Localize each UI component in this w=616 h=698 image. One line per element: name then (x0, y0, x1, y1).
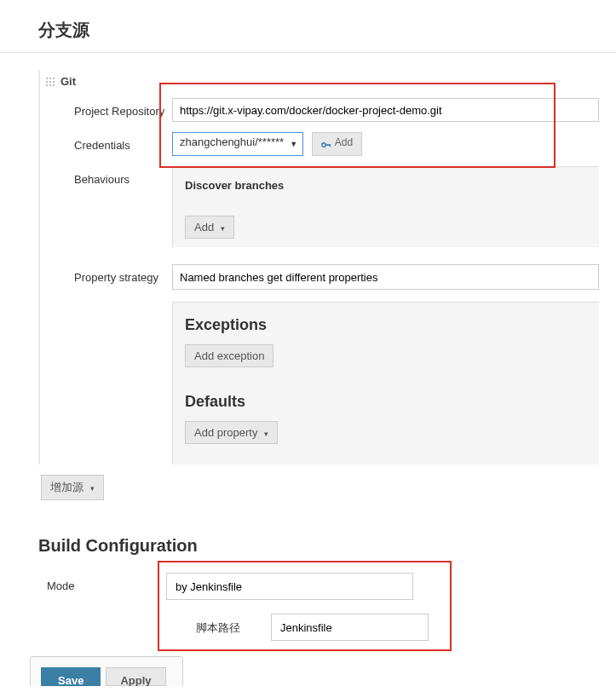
svg-rect-2 (329, 144, 330, 147)
drag-handle-icon[interactable] (45, 77, 55, 87)
discover-branches-title: Discover branches (185, 176, 587, 200)
defaults-title: Defaults (185, 393, 587, 411)
svg-point-0 (322, 143, 325, 147)
add-property-label: Add property (194, 426, 257, 439)
script-path-input[interactable] (271, 614, 429, 641)
project-repository-label: Project Repository (40, 98, 172, 118)
apply-button[interactable]: Apply (106, 667, 165, 686)
behaviours-label: Behaviours (40, 166, 172, 186)
add-exception-button[interactable]: Add exception (185, 344, 273, 367)
credentials-select[interactable]: zhangchenghui/****** (172, 132, 303, 156)
save-button[interactable]: Save (41, 667, 101, 686)
add-property-button[interactable]: Add property ▾ (185, 421, 278, 444)
project-repository-input[interactable] (172, 98, 599, 122)
mode-label: Mode (38, 573, 166, 600)
branch-sources-title: 分支源 (0, 9, 616, 53)
build-config-title: Build Configuration (0, 526, 616, 566)
add-credentials-button[interactable]: Add (312, 132, 362, 156)
exceptions-title: Exceptions (185, 316, 587, 334)
chevron-down-icon: ▾ (90, 484, 95, 493)
property-strategy-label: Property strategy (40, 264, 172, 284)
mode-input[interactable] (166, 573, 413, 600)
add-source-label: 增加源 (50, 481, 83, 493)
add-source-button[interactable]: 增加源 ▾ (41, 475, 104, 500)
add-credentials-label: Add (335, 136, 353, 148)
property-strategy-input[interactable] (172, 264, 599, 290)
behaviour-add-button[interactable]: Add ▾ (185, 216, 234, 239)
git-label: Git (60, 75, 76, 88)
behaviour-add-label: Add (194, 221, 214, 234)
chevron-down-icon: ▾ (264, 430, 268, 438)
chevron-down-icon: ▾ (221, 224, 225, 233)
script-path-label: 脚本路径 (196, 614, 264, 641)
key-icon (321, 140, 331, 147)
credentials-label: Credentials (40, 132, 172, 152)
